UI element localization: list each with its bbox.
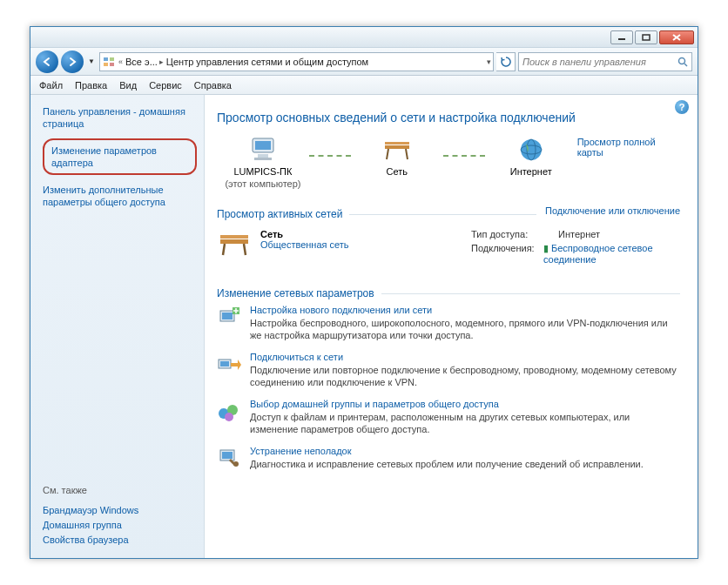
menu-help[interactable]: Справка <box>194 80 232 91</box>
minimize-button[interactable] <box>610 30 633 44</box>
search-placeholder: Поиск в панели управления <box>522 57 646 67</box>
control-panel-icon <box>102 55 116 69</box>
page-title: Просмотр основных сведений о сети и наст… <box>217 111 680 124</box>
item-new-connection[interactable]: Настройка нового подключения или сетиНас… <box>217 305 680 341</box>
network-map: LUMPICS-ПК (этот компьютер) Сеть Интерне… <box>217 137 680 189</box>
globe-icon <box>517 137 545 163</box>
section-active-networks: Просмотр активных сетей <box>217 208 536 220</box>
menu-bar: Файл Правка Вид Сервис Справка <box>30 76 698 95</box>
connections-link[interactable]: ▮Беспроводное сетевое соединение <box>543 243 680 265</box>
svg-rect-36 <box>222 452 233 459</box>
connections-label: Подключения: <box>471 243 543 265</box>
new-connection-icon <box>217 305 241 329</box>
svg-rect-13 <box>254 158 272 160</box>
sidebar-browser-link[interactable]: Свойства браузера <box>43 535 197 545</box>
menu-file[interactable]: Файл <box>39 80 63 91</box>
svg-rect-6 <box>104 63 108 66</box>
svg-rect-21 <box>220 239 248 244</box>
control-panel-window: ▼ « Все э... ▸ Центр управления сетями и… <box>30 26 698 559</box>
map-link-line <box>443 155 485 157</box>
svg-rect-22 <box>220 235 248 239</box>
item-homegroup[interactable]: Выбор домашней группы и параметров общег… <box>217 399 680 435</box>
svg-rect-7 <box>110 63 114 66</box>
change-settings-list: Настройка нового подключения или сетиНас… <box>217 305 680 470</box>
sidebar-firewall-link[interactable]: Брандмауэр Windows <box>43 505 197 515</box>
access-type-label: Тип доступа: <box>471 229 558 239</box>
search-input[interactable]: Поиск в панели управления <box>518 52 692 71</box>
help-icon[interactable]: ? <box>675 100 689 114</box>
network-type-link[interactable]: Общественная сеть <box>260 239 349 250</box>
map-node-network: Сеть <box>351 137 443 177</box>
svg-rect-31 <box>220 361 229 366</box>
svg-point-37 <box>233 461 239 467</box>
access-type-value: Интернет <box>558 229 600 239</box>
item-troubleshoot[interactable]: Устранение неполадокДиагностика и исправ… <box>217 446 680 470</box>
map-node-internet: Интернет <box>485 137 577 177</box>
address-bar[interactable]: « Все э... ▸ Центр управления сетями и о… <box>99 52 494 71</box>
svg-point-18 <box>521 139 542 160</box>
svg-rect-26 <box>222 313 233 319</box>
svg-line-24 <box>244 244 246 255</box>
full-map-link[interactable]: Просмотр полной карты <box>577 137 656 158</box>
nav-history-dropdown[interactable]: ▼ <box>86 57 97 65</box>
homegroup-icon <box>217 399 241 423</box>
close-button[interactable] <box>659 30 694 44</box>
network-name: Сеть <box>260 229 349 239</box>
svg-rect-5 <box>110 57 114 61</box>
bench-icon <box>217 229 252 259</box>
body: Панель управления - домашняя страница Из… <box>30 95 698 558</box>
menu-service[interactable]: Сервис <box>149 80 182 91</box>
map-link-line <box>309 155 351 157</box>
sidebar-see-also-label: См. также <box>43 485 197 495</box>
svg-rect-14 <box>385 145 409 149</box>
svg-rect-11 <box>255 141 271 150</box>
active-network-block: Сеть Общественная сеть Тип доступа:Интер… <box>217 225 680 275</box>
svg-point-34 <box>225 413 233 421</box>
breadcrumb-seg-1[interactable]: Все э... ▸ <box>125 57 164 67</box>
svg-line-9 <box>684 64 687 66</box>
search-icon <box>677 57 688 67</box>
menu-view[interactable]: Вид <box>119 80 137 91</box>
maximize-button[interactable] <box>635 30 657 44</box>
svg-line-16 <box>387 149 388 159</box>
address-dropdown[interactable]: ▾ <box>487 57 491 66</box>
forward-button[interactable] <box>61 50 84 73</box>
menu-edit[interactable]: Правка <box>75 80 107 91</box>
sidebar: Панель управления - домашняя страница Из… <box>30 95 205 558</box>
sidebar-sharing-link[interactable]: Изменить дополнительные параметры общего… <box>43 184 197 208</box>
bench-icon <box>381 137 413 163</box>
map-node-pc: LUMPICS-ПК (этот компьютер) <box>217 137 309 189</box>
signal-icon: ▮ <box>543 243 549 253</box>
back-button[interactable] <box>36 50 58 73</box>
content-pane: ? Просмотр основных сведений о сети и на… <box>205 95 698 558</box>
svg-rect-12 <box>258 154 268 158</box>
breadcrumb-seg-2[interactable]: Центр управления сетями и общим доступом <box>166 57 368 67</box>
item-connect-network[interactable]: Подключиться к сетиПодключение или повто… <box>217 352 680 388</box>
connect-network-icon <box>217 352 241 376</box>
sidebar-adapter-settings-link[interactable]: Изменение параметров адаптера <box>43 138 197 175</box>
computer-icon <box>247 137 279 163</box>
refresh-button[interactable] <box>496 52 516 71</box>
nav-row: ▼ « Все э... ▸ Центр управления сетями и… <box>30 48 698 76</box>
sidebar-home-link[interactable]: Панель управления - домашняя страница <box>43 105 197 130</box>
svg-rect-1 <box>643 35 650 40</box>
connect-disconnect-link[interactable]: Подключение или отключение <box>545 205 680 216</box>
section-change-settings: Изменение сетевых параметров <box>217 287 680 299</box>
sidebar-homegroup-link[interactable]: Домашняя группа <box>43 520 197 530</box>
svg-line-17 <box>406 149 408 159</box>
svg-point-8 <box>679 57 685 64</box>
titlebar <box>30 27 698 48</box>
svg-rect-4 <box>104 57 108 61</box>
svg-rect-15 <box>385 142 409 145</box>
svg-line-23 <box>223 244 225 255</box>
troubleshoot-icon <box>217 446 241 470</box>
breadcrumb-chevron: « <box>118 57 123 66</box>
